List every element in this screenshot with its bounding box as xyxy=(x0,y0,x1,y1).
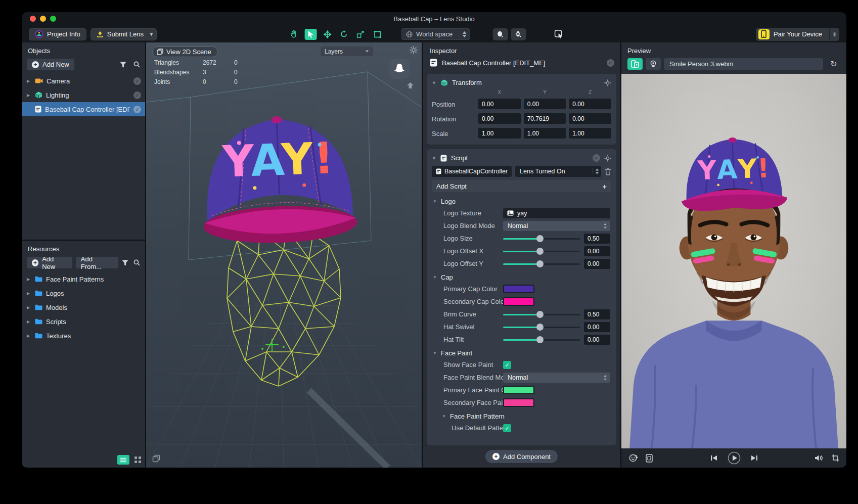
logo-offset-y-value[interactable]: 0.00 xyxy=(584,259,610,269)
reset-camera-icon[interactable] xyxy=(406,82,415,89)
face-paint-section-header[interactable]: ▼ Face Paint xyxy=(431,346,612,358)
logo-offset-y-slider[interactable] xyxy=(503,260,580,267)
object-row-camera[interactable]: ▶ Camera ✓ xyxy=(22,74,145,88)
resource-folder-row[interactable]: ▶ Textures xyxy=(22,329,145,343)
resource-folder-row[interactable]: ▶ Face Paint Patterns xyxy=(22,272,145,286)
resources-add-from-button[interactable]: Add From... xyxy=(76,257,118,268)
script-enabled-toggle[interactable]: ✓ xyxy=(593,154,600,162)
show-mesh-split-button[interactable] xyxy=(511,28,526,40)
baseball-cap-model[interactable]: YAY! xyxy=(200,114,358,245)
preview-source-select[interactable]: Smile Person 3.webm xyxy=(664,58,823,70)
scale-y-field[interactable]: 1.00 xyxy=(524,128,566,139)
viewport-settings-gear-icon[interactable] xyxy=(410,46,418,54)
enabled-toggle[interactable]: ✓ xyxy=(133,77,141,85)
scale-z-field[interactable]: 1.00 xyxy=(569,128,611,139)
pan-tool-button[interactable] xyxy=(288,29,300,40)
position-z-field[interactable]: 0.00 xyxy=(569,99,611,109)
project-info-button[interactable]: Project Info xyxy=(29,28,86,40)
pair-device-dropdown[interactable]: ▮ xyxy=(829,28,839,41)
logo-size-value[interactable]: 0.50 xyxy=(584,234,610,244)
resource-folder-row[interactable]: ▶ Logos xyxy=(22,286,145,300)
object-row-baseball-cap-controller[interactable]: Baseball Cap Controller [EDIT_ME] ✓ xyxy=(22,102,145,116)
script-settings-gear-icon[interactable] xyxy=(604,155,611,162)
interaction-preview-toggle[interactable] xyxy=(554,29,564,39)
hat-swivel-slider[interactable] xyxy=(503,324,580,331)
brim-curve-value[interactable]: 0.50 xyxy=(584,309,610,319)
skip-back-icon[interactable] xyxy=(710,455,717,461)
layers-dropdown[interactable]: Layers xyxy=(321,47,373,56)
rotation-z-field[interactable]: 0.00 xyxy=(569,113,611,124)
disclosure-icon[interactable]: ▶ xyxy=(27,305,31,310)
resource-folder-row[interactable]: ▶ Scripts xyxy=(22,314,145,329)
scale-tool-button[interactable] xyxy=(354,29,367,40)
world-space-stepper[interactable] xyxy=(459,31,466,37)
show-face-paint-checkbox[interactable]: ✓ xyxy=(503,361,511,369)
brim-curve-slider[interactable] xyxy=(503,311,580,318)
zoom-button[interactable] xyxy=(50,16,56,22)
scale-x-field[interactable]: 1.00 xyxy=(478,128,521,139)
hat-swivel-value[interactable]: 0.00 xyxy=(584,322,610,332)
script-event-select[interactable]: Lens Turned On xyxy=(515,166,601,177)
world-space-select[interactable]: World space xyxy=(401,28,470,40)
collapse-icon[interactable]: ▼ xyxy=(432,80,436,85)
duplicate-view-icon[interactable] xyxy=(152,454,160,463)
play-button-icon[interactable] xyxy=(728,451,741,465)
enabled-toggle[interactable]: ✓ xyxy=(133,106,141,113)
submit-lens-dropdown[interactable]: ▼ xyxy=(147,28,157,40)
preview-mode-button[interactable] xyxy=(627,58,643,70)
move-tool-button[interactable] xyxy=(321,29,333,40)
objects-add-new-button[interactable]: + Add New xyxy=(27,59,74,70)
collapse-icon[interactable]: ▼ xyxy=(432,156,436,161)
scene-viewport[interactable]: YAY! View 2D Scene Layers xyxy=(146,42,422,468)
rotation-y-field[interactable]: 70.7619 xyxy=(524,113,566,124)
disclosure-icon[interactable]: ▶ xyxy=(27,334,31,338)
secondary-cap-color-swatch[interactable] xyxy=(503,297,534,306)
rotation-x-field[interactable]: 0.00 xyxy=(478,113,521,124)
logo-blend-select[interactable]: Normal xyxy=(503,221,610,231)
enabled-toggle[interactable]: ✓ xyxy=(133,91,141,99)
submit-lens-button[interactable]: Submit Lens xyxy=(91,28,150,40)
position-x-field[interactable]: 0.00 xyxy=(478,99,521,109)
add-component-button[interactable]: + Add Component xyxy=(485,450,558,463)
enabled-toggle[interactable]: ✓ xyxy=(607,59,614,67)
preview-video[interactable]: YAY! xyxy=(621,74,846,448)
close-button[interactable] xyxy=(30,16,36,22)
disclosure-icon[interactable]: ▶ xyxy=(27,291,31,296)
disclosure-icon[interactable]: ▶ xyxy=(27,93,31,98)
logo-texture-field[interactable]: yay xyxy=(503,208,610,218)
view-2d-scene-button[interactable]: View 2D Scene xyxy=(152,47,218,57)
disclosure-icon[interactable]: ▶ xyxy=(27,319,31,324)
pair-device-button[interactable]: Pair Your Device xyxy=(756,28,829,41)
disclosure-icon[interactable]: ▶ xyxy=(27,79,31,83)
webcam-button[interactable] xyxy=(646,58,661,70)
add-script-row[interactable]: Add Script + xyxy=(432,180,611,192)
object-row-lighting[interactable]: ▶ Lighting ✓ xyxy=(22,88,145,102)
skip-forward-icon[interactable] xyxy=(751,455,758,461)
resource-folder-row[interactable]: ▶ Models xyxy=(22,300,145,314)
volume-icon[interactable] xyxy=(815,454,823,462)
hat-tilt-value[interactable]: 0.00 xyxy=(584,335,610,345)
face-paint-pattern-header[interactable]: ▼ Face Paint Pattern xyxy=(431,409,612,422)
primary-cap-color-swatch[interactable] xyxy=(503,285,534,293)
filter-icon[interactable] xyxy=(120,62,126,68)
grid-view-button[interactable] xyxy=(134,456,141,463)
logo-section-header[interactable]: ▼ Logo xyxy=(431,194,612,207)
search-icon[interactable] xyxy=(133,61,140,68)
primary-face-paint-color-swatch[interactable] xyxy=(503,386,534,394)
filter-icon[interactable] xyxy=(122,260,128,266)
snapshot-crop-icon[interactable] xyxy=(831,454,839,462)
secondary-face-paint-color-swatch[interactable] xyxy=(503,398,534,407)
disclosure-icon[interactable]: ▶ xyxy=(27,277,31,282)
inspector-scroll-area[interactable]: ▼ Transform X Y xyxy=(423,71,620,445)
use-default-pattern-checkbox[interactable]: ✓ xyxy=(503,424,511,432)
cap-section-header[interactable]: ▼ Cap xyxy=(431,270,612,283)
delete-script-icon[interactable] xyxy=(605,168,611,175)
search-icon[interactable] xyxy=(133,259,140,266)
hat-tilt-slider[interactable] xyxy=(503,336,580,343)
select-tool-button[interactable] xyxy=(304,29,317,40)
transform-settings-gear-icon[interactable] xyxy=(604,79,611,86)
position-y-field[interactable]: 0.00 xyxy=(524,99,566,109)
face-paint-blend-select[interactable]: Normal xyxy=(503,373,610,383)
refresh-preview-button[interactable]: ↻ xyxy=(826,58,841,70)
minimize-button[interactable] xyxy=(40,16,46,22)
